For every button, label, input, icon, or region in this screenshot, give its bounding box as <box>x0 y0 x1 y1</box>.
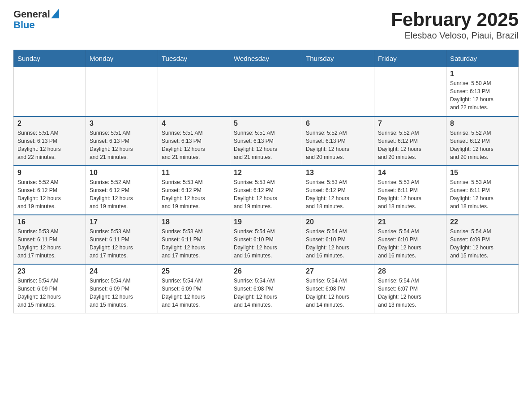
calendar-cell: 5Sunrise: 5:51 AM Sunset: 6:13 PM Daylig… <box>230 116 302 166</box>
day-number: 22 <box>450 218 515 226</box>
day-info: Sunrise: 5:54 AM Sunset: 6:07 PM Dayligh… <box>378 277 442 309</box>
calendar-cell: 25Sunrise: 5:54 AM Sunset: 6:09 PM Dayli… <box>158 264 230 313</box>
day-info: Sunrise: 5:53 AM Sunset: 6:11 PM Dayligh… <box>90 227 154 260</box>
logo-triangle-icon <box>51 9 59 18</box>
day-number: 18 <box>162 218 226 226</box>
calendar-cell: 12Sunrise: 5:53 AM Sunset: 6:12 PM Dayli… <box>230 166 302 215</box>
day-info: Sunrise: 5:53 AM Sunset: 6:11 PM Dayligh… <box>450 178 515 210</box>
day-info: Sunrise: 5:54 AM Sunset: 6:10 PM Dayligh… <box>306 227 370 260</box>
calendar-cell <box>14 67 86 116</box>
day-number: 26 <box>234 267 298 275</box>
calendar-cell: 26Sunrise: 5:54 AM Sunset: 6:08 PM Dayli… <box>230 264 302 313</box>
day-info: Sunrise: 5:54 AM Sunset: 6:10 PM Dayligh… <box>378 227 442 260</box>
calendar-cell <box>230 67 302 116</box>
day-info: Sunrise: 5:53 AM Sunset: 6:12 PM Dayligh… <box>234 178 298 210</box>
calendar-header-row: Sunday Monday Tuesday Wednesday Thursday… <box>14 50 519 67</box>
day-number: 14 <box>378 169 442 177</box>
calendar-cell: 15Sunrise: 5:53 AM Sunset: 6:11 PM Dayli… <box>446 166 519 215</box>
page-title: February 2025 <box>391 9 519 30</box>
calendar-cell: 4Sunrise: 5:51 AM Sunset: 6:13 PM Daylig… <box>158 116 230 166</box>
calendar-cell <box>158 67 230 116</box>
page-subtitle: Elesbao Veloso, Piaui, Brazil <box>391 30 519 41</box>
calendar-cell <box>302 67 374 116</box>
day-number: 8 <box>450 120 515 128</box>
day-info: Sunrise: 5:51 AM Sunset: 6:13 PM Dayligh… <box>90 129 154 161</box>
day-info: Sunrise: 5:53 AM Sunset: 6:12 PM Dayligh… <box>306 178 370 210</box>
day-info: Sunrise: 5:52 AM Sunset: 6:12 PM Dayligh… <box>450 129 515 161</box>
day-info: Sunrise: 5:53 AM Sunset: 6:11 PM Dayligh… <box>162 227 226 260</box>
logo: General Blue <box>13 9 59 30</box>
day-number: 20 <box>306 218 370 226</box>
day-info: Sunrise: 5:50 AM Sunset: 6:13 PM Dayligh… <box>450 79 515 111</box>
calendar-cell: 1Sunrise: 5:50 AM Sunset: 6:13 PM Daylig… <box>446 67 519 116</box>
calendar-week-row: 2Sunrise: 5:51 AM Sunset: 6:13 PM Daylig… <box>14 116 519 166</box>
day-info: Sunrise: 5:54 AM Sunset: 6:09 PM Dayligh… <box>450 227 515 260</box>
day-number: 12 <box>234 169 298 177</box>
day-info: Sunrise: 5:54 AM Sunset: 6:08 PM Dayligh… <box>234 277 298 309</box>
day-info: Sunrise: 5:54 AM Sunset: 6:09 PM Dayligh… <box>17 277 82 309</box>
col-thursday: Thursday <box>302 50 374 67</box>
day-info: Sunrise: 5:52 AM Sunset: 6:12 PM Dayligh… <box>378 129 442 161</box>
calendar-week-row: 16Sunrise: 5:53 AM Sunset: 6:11 PM Dayli… <box>14 215 519 264</box>
calendar-week-row: 9Sunrise: 5:52 AM Sunset: 6:12 PM Daylig… <box>14 166 519 215</box>
calendar-cell: 20Sunrise: 5:54 AM Sunset: 6:10 PM Dayli… <box>302 215 374 264</box>
day-info: Sunrise: 5:53 AM Sunset: 6:11 PM Dayligh… <box>378 178 442 210</box>
day-number: 28 <box>378 267 442 275</box>
day-number: 25 <box>162 267 226 275</box>
logo-blue-text: Blue <box>13 19 35 30</box>
day-info: Sunrise: 5:52 AM Sunset: 6:12 PM Dayligh… <box>17 178 82 210</box>
day-number: 11 <box>162 169 226 177</box>
day-info: Sunrise: 5:52 AM Sunset: 6:13 PM Dayligh… <box>306 129 370 161</box>
calendar-cell: 11Sunrise: 5:53 AM Sunset: 6:12 PM Dayli… <box>158 166 230 215</box>
day-info: Sunrise: 5:53 AM Sunset: 6:12 PM Dayligh… <box>162 178 226 210</box>
day-number: 10 <box>90 169 154 177</box>
day-info: Sunrise: 5:52 AM Sunset: 6:12 PM Dayligh… <box>90 178 154 210</box>
calendar-cell: 6Sunrise: 5:52 AM Sunset: 6:13 PM Daylig… <box>302 116 374 166</box>
day-number: 3 <box>90 120 154 128</box>
col-friday: Friday <box>374 50 446 67</box>
calendar-cell: 8Sunrise: 5:52 AM Sunset: 6:12 PM Daylig… <box>446 116 519 166</box>
calendar-cell: 14Sunrise: 5:53 AM Sunset: 6:11 PM Dayli… <box>374 166 446 215</box>
day-number: 5 <box>234 120 298 128</box>
day-number: 6 <box>306 120 370 128</box>
day-number: 4 <box>162 120 226 128</box>
calendar-cell <box>86 67 158 116</box>
col-saturday: Saturday <box>446 50 519 67</box>
day-info: Sunrise: 5:51 AM Sunset: 6:13 PM Dayligh… <box>234 129 298 161</box>
day-info: Sunrise: 5:54 AM Sunset: 6:09 PM Dayligh… <box>90 277 154 309</box>
calendar-week-row: 1Sunrise: 5:50 AM Sunset: 6:13 PM Daylig… <box>14 67 519 116</box>
day-info: Sunrise: 5:51 AM Sunset: 6:13 PM Dayligh… <box>162 129 226 161</box>
calendar-table: Sunday Monday Tuesday Wednesday Thursday… <box>13 50 519 313</box>
calendar-cell: 19Sunrise: 5:54 AM Sunset: 6:10 PM Dayli… <box>230 215 302 264</box>
day-number: 7 <box>378 120 442 128</box>
calendar-cell: 21Sunrise: 5:54 AM Sunset: 6:10 PM Dayli… <box>374 215 446 264</box>
day-number: 15 <box>450 169 515 177</box>
day-number: 17 <box>90 218 154 226</box>
calendar-week-row: 23Sunrise: 5:54 AM Sunset: 6:09 PM Dayli… <box>14 264 519 313</box>
svg-marker-0 <box>51 9 59 18</box>
calendar-cell: 18Sunrise: 5:53 AM Sunset: 6:11 PM Dayli… <box>158 215 230 264</box>
calendar-cell: 27Sunrise: 5:54 AM Sunset: 6:08 PM Dayli… <box>302 264 374 313</box>
calendar-cell: 22Sunrise: 5:54 AM Sunset: 6:09 PM Dayli… <box>446 215 519 264</box>
day-number: 9 <box>17 169 82 177</box>
col-tuesday: Tuesday <box>158 50 230 67</box>
calendar-cell: 7Sunrise: 5:52 AM Sunset: 6:12 PM Daylig… <box>374 116 446 166</box>
col-wednesday: Wednesday <box>230 50 302 67</box>
col-sunday: Sunday <box>14 50 86 67</box>
day-number: 27 <box>306 267 370 275</box>
calendar-cell <box>374 67 446 116</box>
day-info: Sunrise: 5:54 AM Sunset: 6:09 PM Dayligh… <box>162 277 226 309</box>
day-number: 19 <box>234 218 298 226</box>
day-number: 2 <box>17 120 82 128</box>
day-number: 24 <box>90 267 154 275</box>
day-number: 13 <box>306 169 370 177</box>
calendar-cell: 9Sunrise: 5:52 AM Sunset: 6:12 PM Daylig… <box>14 166 86 215</box>
title-block: February 2025 Elesbao Veloso, Piaui, Bra… <box>391 9 519 41</box>
calendar-cell: 17Sunrise: 5:53 AM Sunset: 6:11 PM Dayli… <box>86 215 158 264</box>
day-info: Sunrise: 5:51 AM Sunset: 6:13 PM Dayligh… <box>17 129 82 161</box>
calendar-cell: 2Sunrise: 5:51 AM Sunset: 6:13 PM Daylig… <box>14 116 86 166</box>
calendar-cell: 3Sunrise: 5:51 AM Sunset: 6:13 PM Daylig… <box>86 116 158 166</box>
calendar-cell: 24Sunrise: 5:54 AM Sunset: 6:09 PM Dayli… <box>86 264 158 313</box>
calendar-cell: 13Sunrise: 5:53 AM Sunset: 6:12 PM Dayli… <box>302 166 374 215</box>
calendar-cell: 16Sunrise: 5:53 AM Sunset: 6:11 PM Dayli… <box>14 215 86 264</box>
